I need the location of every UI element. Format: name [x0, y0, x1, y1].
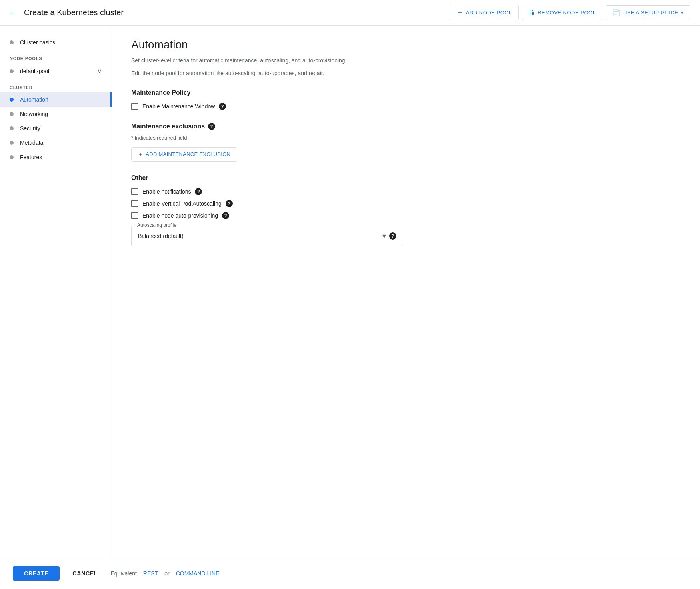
- or-label: or: [164, 570, 169, 577]
- sidebar-dot: [10, 40, 14, 44]
- chevron-down-icon: ∨: [97, 67, 102, 75]
- autoscaling-profile-float-label: Autoscaling profile: [136, 222, 178, 228]
- section-description-line2: Edit the node pool for automation like a…: [131, 69, 681, 78]
- help-icon-auto-provisioning[interactable]: ?: [222, 212, 229, 219]
- setup-guide-button[interactable]: 📄 USE A SETUP GUIDE ▾: [606, 5, 690, 20]
- page-title: Create a Kubernetes cluster: [24, 8, 450, 17]
- sidebar-item-networking[interactable]: Networking: [0, 107, 112, 121]
- autoscaling-profile-select[interactable]: Balanced (default) ▾ ?: [135, 226, 400, 246]
- add-maintenance-exclusion-button[interactable]: ＋ ADD MAINTENANCE EXCLUSION: [131, 147, 237, 162]
- sidebar-item-label: Networking: [20, 111, 48, 117]
- autoscaling-profile-value: Balanced (default): [138, 233, 184, 239]
- trash-icon: 🗑: [529, 9, 536, 16]
- create-button[interactable]: CREATE: [13, 566, 60, 581]
- sidebar-item-label: Security: [20, 125, 40, 132]
- enable-vpa-label: Enable Vertical Pod Autoscaling: [142, 200, 222, 207]
- layout: Cluster basics NODE POOLS default-pool ∨…: [0, 26, 700, 589]
- sidebar-item-cluster-basics[interactable]: Cluster basics: [0, 35, 112, 50]
- sidebar-pool-label: default-pool: [20, 68, 49, 74]
- equivalent-label: Equivalent: [110, 570, 136, 577]
- sidebar-item-label: Cluster basics: [20, 39, 55, 46]
- add-icon: ＋: [457, 8, 464, 17]
- enable-notifications-checkbox[interactable]: [131, 188, 138, 195]
- add-exclusion-label: ADD MAINTENANCE EXCLUSION: [146, 151, 230, 157]
- header: ← Create a Kubernetes cluster ＋ ADD NODE…: [0, 0, 700, 26]
- sidebar: Cluster basics NODE POOLS default-pool ∨…: [0, 26, 112, 557]
- sidebar-dot: [10, 112, 14, 116]
- sidebar-item-row-left: default-pool: [10, 68, 49, 74]
- cluster-section-label: CLUSTER: [0, 79, 112, 92]
- rest-link[interactable]: REST: [143, 570, 158, 577]
- chevron-down-icon: ▾: [681, 10, 684, 16]
- add-node-pool-button[interactable]: ＋ ADD NODE POOL: [450, 5, 518, 20]
- section-description-line1: Set cluster-level criteria for automatic…: [131, 56, 681, 65]
- sidebar-item-label: Features: [20, 154, 42, 160]
- plus-icon: ＋: [138, 151, 143, 158]
- cancel-button[interactable]: CANCEL: [66, 566, 104, 581]
- enable-maintenance-window-label: Enable Maintenance Window: [142, 103, 215, 110]
- help-icon-maintenance-exclusions[interactable]: ?: [208, 123, 215, 130]
- other-section: Other Enable notifications ? Enable Vert…: [131, 174, 681, 246]
- help-icon-autoscaling[interactable]: ?: [389, 232, 396, 240]
- autoscaling-profile-wrapper: Autoscaling profile Balanced (default) ▾…: [131, 226, 403, 246]
- enable-vpa-row: Enable Vertical Pod Autoscaling ?: [131, 200, 681, 207]
- sidebar-dot: [10, 155, 14, 159]
- help-icon-maintenance-window[interactable]: ?: [219, 103, 226, 110]
- sidebar-dot: [10, 141, 14, 145]
- other-section-title: Other: [131, 174, 681, 182]
- help-icon-notifications[interactable]: ?: [195, 188, 202, 195]
- enable-auto-provisioning-checkbox[interactable]: [131, 212, 138, 219]
- sidebar-dot: [10, 126, 14, 130]
- select-icons: ▾ ?: [382, 232, 396, 240]
- enable-maintenance-window-row: Enable Maintenance Window ?: [131, 103, 681, 110]
- footer: CREATE CANCEL Equivalent REST or COMMAND…: [0, 557, 700, 589]
- sidebar-item-features[interactable]: Features: [0, 150, 112, 164]
- sidebar-item-security[interactable]: Security: [0, 121, 112, 136]
- enable-notifications-row: Enable notifications ?: [131, 188, 681, 195]
- required-note: * Indicates required field: [131, 135, 681, 141]
- maintenance-exclusions-section: Maintenance exclusions ? * Indicates req…: [131, 123, 681, 162]
- sidebar-dot-active: [10, 98, 14, 102]
- enable-vpa-checkbox[interactable]: [131, 200, 138, 207]
- enable-notifications-label: Enable notifications: [142, 188, 191, 195]
- header-actions: ＋ ADD NODE POOL 🗑 REMOVE NODE POOL 📄 USE…: [450, 5, 690, 20]
- sidebar-item-automation[interactable]: Automation: [0, 92, 112, 107]
- dropdown-icon: ▾: [382, 232, 386, 240]
- enable-maintenance-window-checkbox[interactable]: [131, 103, 138, 110]
- help-icon-vpa[interactable]: ?: [226, 200, 233, 207]
- maintenance-policy-title: Maintenance Policy: [131, 89, 681, 96]
- node-pools-section-label: NODE POOLS: [0, 50, 112, 63]
- maintenance-policy-section: Maintenance Policy Enable Maintenance Wi…: [131, 89, 681, 110]
- sidebar-item-label: Metadata: [20, 140, 43, 146]
- maintenance-exclusions-title: Maintenance exclusions: [131, 123, 205, 130]
- enable-auto-provisioning-row: Enable node auto-provisioning ?: [131, 212, 681, 219]
- sidebar-item-default-pool[interactable]: default-pool ∨: [0, 63, 112, 79]
- main-content: Automation Set cluster-level criteria fo…: [112, 26, 700, 557]
- maintenance-exclusions-title-row: Maintenance exclusions ?: [131, 123, 681, 130]
- sidebar-item-label: Automation: [20, 96, 48, 103]
- remove-node-pool-button[interactable]: 🗑 REMOVE NODE POOL: [522, 6, 603, 20]
- document-icon: 📄: [612, 9, 621, 16]
- section-title: Automation: [131, 38, 681, 51]
- command-line-link[interactable]: COMMAND LINE: [176, 570, 220, 577]
- sidebar-dot: [10, 69, 14, 73]
- back-button[interactable]: ←: [10, 8, 18, 17]
- sidebar-item-metadata[interactable]: Metadata: [0, 136, 112, 150]
- enable-auto-provisioning-label: Enable node auto-provisioning: [142, 212, 218, 219]
